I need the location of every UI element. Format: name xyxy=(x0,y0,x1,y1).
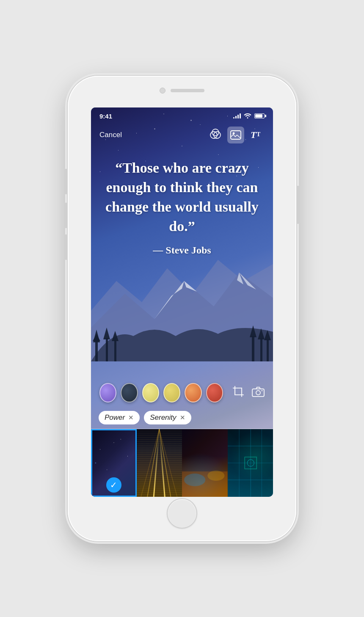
photo-cell-3[interactable] xyxy=(182,429,228,497)
svg-rect-13 xyxy=(260,338,262,361)
svg-rect-11 xyxy=(252,336,254,361)
filter-blend-button[interactable] xyxy=(207,127,224,143)
photo-cell-1[interactable]: ✓ xyxy=(91,429,137,497)
camera-icon[interactable] xyxy=(252,386,265,400)
photo-cell-4[interactable] xyxy=(228,429,273,497)
svg-text:T: T xyxy=(256,131,261,138)
svg-rect-15 xyxy=(267,339,269,361)
signal-bar-1 xyxy=(233,117,234,118)
tag-power-close[interactable]: ✕ xyxy=(128,414,134,421)
wifi-icon xyxy=(244,113,251,120)
photo3-bg xyxy=(182,429,228,497)
signal-bar-2 xyxy=(235,116,237,118)
svg-point-26 xyxy=(261,390,262,391)
photo4-bg xyxy=(228,429,273,497)
svg-rect-20 xyxy=(231,131,241,139)
status-icons xyxy=(233,113,265,120)
phone-top-notch xyxy=(160,88,204,94)
swatch-dark-blue[interactable] xyxy=(121,383,138,402)
tag-serenity-label: Serenity xyxy=(150,413,176,422)
svg-rect-4 xyxy=(95,340,98,361)
speaker xyxy=(171,89,204,92)
photo2-bg xyxy=(137,429,182,497)
swatch-yellow[interactable] xyxy=(142,383,159,402)
tag-serenity-close[interactable]: ✕ xyxy=(180,414,185,421)
home-button[interactable] xyxy=(167,498,197,529)
photo-cell-2[interactable] xyxy=(137,429,182,497)
nav-bar: Cancel xyxy=(91,124,273,146)
color-swatch-row xyxy=(91,375,273,408)
tags-row: Power ✕ Serenity ✕ xyxy=(91,408,273,429)
tag-serenity[interactable]: Serenity ✕ xyxy=(144,411,191,424)
quote-text: “Those who are crazy enough to think the… xyxy=(104,158,260,236)
svg-point-28 xyxy=(184,474,205,486)
status-time: 9:41 xyxy=(99,113,112,120)
swatch-gold[interactable] xyxy=(163,383,180,402)
svg-point-25 xyxy=(256,391,260,395)
svg-rect-24 xyxy=(252,389,264,397)
tag-power-label: Power xyxy=(105,413,125,422)
svg-rect-9 xyxy=(114,340,116,361)
status-bar: 9:41 xyxy=(91,107,273,124)
bottom-panel: Power ✕ Serenity ✕ ✓ xyxy=(91,375,273,497)
signal-bar-3 xyxy=(237,115,239,118)
selected-check-badge: ✓ xyxy=(106,477,121,493)
nav-icons-group: T T xyxy=(207,127,265,143)
battery-fill xyxy=(255,114,262,118)
svg-point-29 xyxy=(207,471,224,481)
crop-icon[interactable] xyxy=(232,386,244,400)
signal-bars-icon xyxy=(233,113,241,118)
swatch-purple[interactable] xyxy=(99,383,116,402)
signal-bar-4 xyxy=(240,113,241,118)
phone-screen: 9:41 xyxy=(91,107,273,497)
svg-text:T: T xyxy=(251,129,257,140)
photo-grid: ✓ xyxy=(91,429,273,497)
front-camera xyxy=(160,88,165,94)
svg-point-21 xyxy=(233,132,235,135)
quote-author: — Steve Jobs xyxy=(104,245,260,256)
cancel-button[interactable]: Cancel xyxy=(99,131,122,139)
quote-area: “Those who are crazy enough to think the… xyxy=(91,150,273,264)
swatch-orange[interactable] xyxy=(185,383,201,402)
swatch-actions xyxy=(232,386,265,400)
svg-rect-7 xyxy=(106,338,108,361)
swatch-red[interactable] xyxy=(206,383,223,402)
tag-power[interactable]: Power ✕ xyxy=(99,411,140,424)
battery-icon xyxy=(254,113,265,118)
phone-frame: 9:41 xyxy=(68,76,296,541)
image-select-button[interactable] xyxy=(227,127,244,143)
text-format-button[interactable]: T T xyxy=(248,127,265,143)
